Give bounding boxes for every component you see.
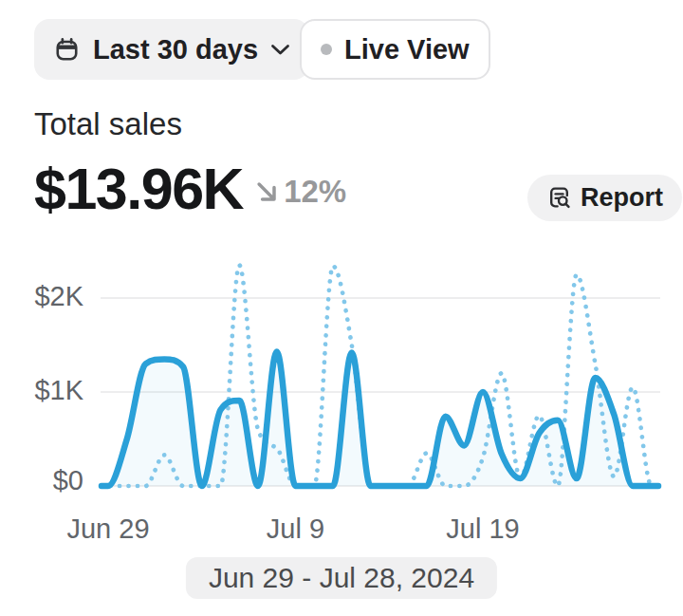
calendar-icon — [53, 36, 81, 64]
report-label: Report — [581, 183, 663, 213]
date-range-button[interactable]: Last 30 days — [34, 19, 309, 80]
metric-delta: 12% — [252, 174, 346, 210]
y-axis-tick-label: $1K — [0, 375, 83, 406]
x-axis-tick-label: Jul 9 — [267, 513, 324, 545]
analytics-screen: $0$1K$2K Jun 29Jul 9Jul 19 Last 30 days … — [0, 0, 683, 616]
metric-value: $13.96K — [34, 156, 243, 222]
sales-chart[interactable]: $0$1K$2K Jun 29Jul 9Jul 19 — [0, 0, 683, 616]
y-axis-tick-label: $2K — [0, 281, 83, 312]
live-view-button[interactable]: Live View — [300, 19, 490, 80]
chevron-down-icon — [270, 44, 290, 56]
live-dot-icon — [321, 44, 332, 55]
live-view-label: Live View — [344, 34, 470, 65]
date-range-pill: Jun 29 - Jul 28, 2024 — [186, 557, 497, 599]
x-axis-tick-label: Jul 19 — [446, 513, 519, 545]
report-search-icon — [546, 185, 572, 211]
metric-value-row: $13.96K 12% — [34, 156, 346, 222]
y-axis-tick-label: $0 — [0, 465, 83, 496]
x-axis-tick-label: Jun 29 — [66, 513, 149, 545]
date-range-label: Last 30 days — [93, 34, 258, 65]
metric-change: 12% — [284, 174, 346, 210]
report-button[interactable]: Report — [527, 175, 682, 221]
trend-down-icon — [252, 177, 282, 207]
metric-title: Total sales — [34, 106, 182, 142]
